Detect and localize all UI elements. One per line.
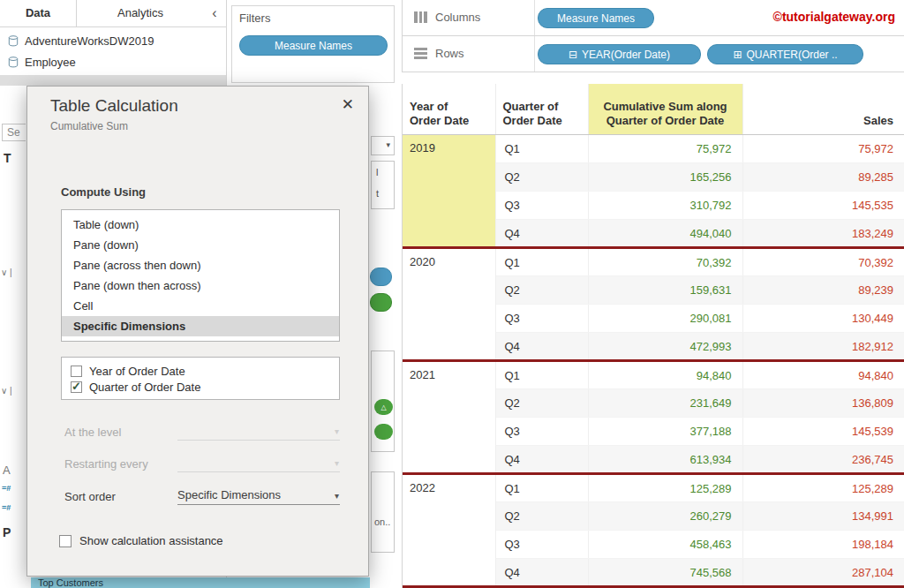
sales-value-cell[interactable]: 145,535 [742,192,904,220]
sales-value-cell[interactable]: 134,991 [742,502,904,531]
sales-value-cell[interactable]: 125,289 [742,474,904,502]
cumulative-value-cell[interactable]: 231,649 [588,389,742,418]
chevron-down-icon: ▾ [335,426,339,436]
quarter-cell[interactable]: Q1 [495,135,588,163]
year-cell[interactable]: 2020 [403,248,495,361]
sales-value-cell[interactable]: 75,972 [742,135,904,163]
cumulative-value-cell[interactable]: 290,081 [588,305,742,333]
collapse-pane-icon[interactable]: ‹ [204,0,225,26]
dimension-checkbox-row[interactable]: Year of Order Date [71,363,330,379]
sales-value-cell[interactable]: 198,184 [742,531,904,559]
quarter-cell[interactable]: Q4 [495,220,588,248]
quarter-cell[interactable]: Q3 [495,192,588,220]
year-cell[interactable]: 2022 [403,474,495,587]
compute-option[interactable]: Pane (across then down) [62,255,339,275]
sales-value-cell[interactable]: 130,449 [742,305,904,333]
compute-option[interactable]: Cell [62,296,339,316]
list-item-top-customers[interactable]: Top Customers [31,577,370,588]
compute-option[interactable]: Pane (down then across) [62,275,339,296]
quarter-cell[interactable]: Q4 [495,559,588,587]
calculated-field-icon: =# [2,484,11,493]
cumulative-value-cell[interactable]: 310,792 [588,192,742,220]
tree-caret-icon[interactable]: ∨ | [1,268,12,277]
checkbox[interactable] [71,381,82,393]
sales-value-cell[interactable]: 70,392 [742,248,904,276]
measure-pill-partial[interactable]: △ [374,399,393,415]
compute-option[interactable]: Pane (down) [62,235,339,255]
pill-year-order-date[interactable]: ⊟ YEAR(Order Date) [538,44,701,64]
cumulative-value-cell[interactable]: 377,188 [588,418,742,446]
year-cell[interactable]: 2021 [403,361,495,474]
tab-analytics[interactable]: Analytics [77,0,204,26]
sales-value-cell[interactable]: 89,285 [742,163,904,192]
pill-measure-names[interactable]: Measure Names [538,8,654,28]
columns-shelf: Columns Measure Names ©tutorialgateway.o… [402,0,904,36]
cumulative-value-cell[interactable]: 94,840 [588,361,742,389]
quarter-cell[interactable]: Q1 [495,361,588,389]
quarter-cell[interactable]: Q2 [495,163,588,192]
tree-caret-icon[interactable]: ∨ | [1,386,12,396]
compute-option[interactable]: Table (down) [62,215,339,235]
restarting-every-dropdown: ▾ [177,456,340,472]
sales-value-cell[interactable]: 94,840 [742,361,904,389]
sales-value-cell[interactable]: 182,912 [742,333,904,361]
quarter-cell[interactable]: Q1 [495,248,588,276]
datasource-item-partial[interactable] [0,75,226,86]
col-header-cumulative-sum[interactable]: Cumulative Sum along Quarter of Order Da… [588,84,742,135]
teal-pill-partial[interactable] [370,268,392,286]
marks-dropdown-partial[interactable]: ▾ [371,136,395,155]
show-assistance-row[interactable]: Show calculation assistance [59,534,223,547]
compute-using-label: Compute Using [61,185,146,199]
sales-value-cell[interactable]: 145,539 [742,418,904,446]
col-header-year[interactable]: Year of Order Date [403,84,495,135]
col-header-sales[interactable]: Sales [742,84,904,135]
datasource-item[interactable]: AdventureWorksDW2019 [0,31,226,51]
sales-value-cell[interactable]: 136,809 [742,389,904,418]
cumulative-value-cell[interactable]: 613,934 [588,446,742,474]
collapse-box-icon[interactable]: ⊟ [569,49,577,61]
sort-order-dropdown[interactable]: Specific Dimensions ▾ [177,488,340,505]
table-row: 2019Q175,97275,972 [403,135,904,163]
green-pill-partial[interactable] [370,293,392,312]
quarter-cell[interactable]: Q2 [495,389,588,418]
quarter-cell[interactable]: Q3 [495,305,588,333]
dimension-label: Quarter of Order Date [89,381,200,394]
tab-data[interactable]: Data [0,0,77,26]
at-level-label: At the level [64,426,121,439]
dimension-checkbox-row[interactable]: Quarter of Order Date [71,379,330,395]
col-header-quarter[interactable]: Quarter of Order Date [495,84,588,135]
quarter-cell[interactable]: Q2 [495,276,588,305]
year-cell[interactable]: 2019 [403,135,495,248]
cumulative-value-cell[interactable]: 260,279 [588,502,742,531]
rows-shelf-label: Rows [435,47,464,60]
close-icon[interactable]: ✕ [342,95,354,114]
sales-value-cell[interactable]: 236,745 [742,446,904,474]
sales-value-cell[interactable]: 89,239 [742,276,904,305]
quarter-cell[interactable]: Q4 [495,333,588,361]
expand-box-icon[interactable]: ⊞ [733,49,742,61]
cumulative-value-cell[interactable]: 159,631 [588,276,742,305]
sales-value-cell[interactable]: 183,249 [742,220,904,248]
sales-value-cell[interactable]: 287,104 [742,559,904,587]
compute-option-selected[interactable]: Specific Dimensions [62,316,339,336]
cumulative-value-cell[interactable]: 70,392 [588,248,742,276]
quarter-cell[interactable]: Q3 [495,531,588,559]
pill-quarter-order-date[interactable]: ⊞ QUARTER(Order .. [707,44,863,64]
quarter-cell[interactable]: Q4 [495,446,588,474]
search-input-partial[interactable]: Se [2,124,26,141]
datasource-item[interactable]: Employee [0,52,226,72]
checkbox[interactable] [71,366,82,377]
cumulative-value-cell[interactable]: 494,040 [588,220,742,248]
cumulative-value-cell[interactable]: 125,289 [588,474,742,502]
cumulative-value-cell[interactable]: 472,993 [588,333,742,361]
checkbox[interactable] [59,535,72,547]
cumulative-value-cell[interactable]: 165,256 [588,163,742,192]
filter-pill-measure-names[interactable]: Measure Names [239,35,388,56]
cumulative-value-cell[interactable]: 745,568 [588,559,742,587]
cumulative-value-cell[interactable]: 458,463 [588,531,742,559]
quarter-cell[interactable]: Q3 [495,418,588,446]
measure-pill-partial[interactable] [374,424,393,440]
cumulative-value-cell[interactable]: 75,972 [588,135,742,163]
quarter-cell[interactable]: Q1 [495,474,588,502]
quarter-cell[interactable]: Q2 [495,502,588,531]
